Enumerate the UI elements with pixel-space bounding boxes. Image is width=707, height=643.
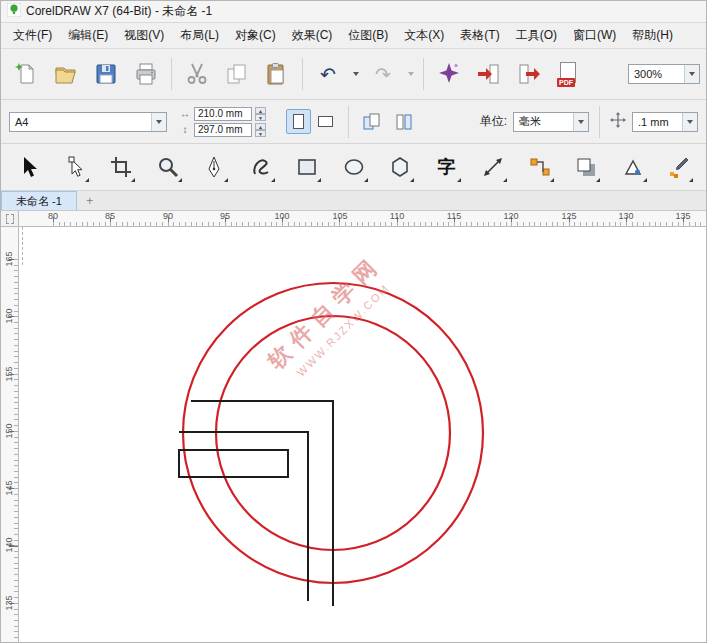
- nudge-offset-icon: [610, 112, 626, 132]
- horizontal-ruler[interactable]: 80 85 90 95 100 105 110 115 120 125 130 …: [19, 211, 707, 227]
- paste-button[interactable]: [258, 53, 296, 95]
- chevron-down-icon: [408, 72, 414, 76]
- paper-width-spinner[interactable]: ▲▼: [255, 107, 266, 121]
- spin-up-icon[interactable]: ▲: [255, 107, 266, 114]
- vertical-ruler[interactable]: 165 160 155 150 145 140 135: [1, 227, 19, 643]
- zoom-dropdown[interactable]: [684, 65, 699, 83]
- ruler-label: 135: [0, 594, 18, 612]
- new-tab-button[interactable]: +: [81, 191, 99, 210]
- undo-button[interactable]: ↶: [309, 53, 347, 95]
- ruler-label: 135: [675, 211, 690, 221]
- menu-text[interactable]: 文本(X): [396, 23, 452, 48]
- save-button[interactable]: [87, 53, 125, 95]
- dimension-tool[interactable]: [478, 151, 508, 183]
- document-tab[interactable]: 未命名 -1: [1, 191, 77, 210]
- flyout-indicator: [131, 178, 135, 182]
- flyout-indicator: [503, 178, 507, 182]
- titlebar: CorelDRAW X7 (64-Bit) - 未命名 -1: [1, 1, 706, 23]
- spin-down-icon[interactable]: ▼: [255, 130, 266, 137]
- flyout-indicator: [224, 178, 228, 182]
- export-button[interactable]: [510, 53, 548, 95]
- cut-button[interactable]: [178, 53, 216, 95]
- chevron-down-icon: [156, 120, 162, 124]
- menu-file[interactable]: 文件(F): [5, 23, 60, 48]
- zoom-level-select[interactable]: 300%: [628, 64, 700, 84]
- ruler-label: 85: [105, 211, 115, 221]
- redo-button[interactable]: ↷: [364, 53, 402, 95]
- shape-tool[interactable]: [60, 151, 90, 183]
- paper-height-icon: ↕: [179, 124, 191, 135]
- page-size-dropdown[interactable]: [151, 113, 166, 131]
- rectangle-tool[interactable]: [292, 151, 322, 183]
- app-launcher-button[interactable]: [430, 53, 468, 95]
- menu-table[interactable]: 表格(T): [452, 23, 507, 48]
- copy-button[interactable]: [218, 53, 256, 95]
- bracket-rectangle[interactable]: [179, 450, 288, 477]
- flyout-indicator: [271, 178, 275, 182]
- text-tool[interactable]: 字: [432, 151, 462, 183]
- pdf-icon: PDF: [556, 61, 582, 87]
- flyout-indicator: [643, 178, 647, 182]
- menu-object[interactable]: 对象(C): [227, 23, 284, 48]
- paper-height-spinner[interactable]: ▲▼: [255, 123, 266, 137]
- nudge-dropdown[interactable]: [682, 113, 697, 131]
- units-select[interactable]: 毫米: [513, 112, 589, 132]
- undo-dropdown[interactable]: [349, 53, 362, 95]
- open-button[interactable]: [47, 53, 85, 95]
- current-page-icon: [393, 111, 415, 133]
- toolbox: 字: [1, 144, 706, 191]
- menu-tools[interactable]: 工具(O): [508, 23, 565, 48]
- all-pages-button[interactable]: [359, 109, 385, 135]
- units-dropdown[interactable]: [573, 113, 588, 131]
- text-tool-icon: 字: [438, 158, 456, 176]
- pen-tool[interactable]: [199, 151, 229, 183]
- landscape-button[interactable]: [313, 109, 338, 134]
- paper-height-field[interactable]: 297.0 mm: [194, 123, 252, 137]
- paste-clipboard-icon: [264, 61, 290, 87]
- nudge-offset-select[interactable]: .1 mm: [632, 112, 698, 132]
- menu-view[interactable]: 视图(V): [116, 23, 172, 48]
- flyout-indicator: [178, 178, 182, 182]
- flyout-indicator: [317, 178, 321, 182]
- ellipse-tool[interactable]: [339, 151, 369, 183]
- polygon-tool[interactable]: [385, 151, 415, 183]
- menu-layout[interactable]: 布局(L): [172, 23, 227, 48]
- connector-tool[interactable]: [525, 151, 555, 183]
- menu-help[interactable]: 帮助(H): [624, 23, 681, 48]
- toolbar-separator: [423, 58, 424, 90]
- page-size-select[interactable]: A4: [9, 112, 167, 132]
- coreldraw-window: CorelDRAW X7 (64-Bit) - 未命名 -1 文件(F) 编辑(…: [0, 0, 707, 643]
- menu-window[interactable]: 窗口(W): [565, 23, 624, 48]
- paper-width-field[interactable]: 210.0 mm: [194, 107, 252, 121]
- artistic-media-tool[interactable]: [246, 151, 276, 183]
- menu-effects[interactable]: 效果(C): [284, 23, 341, 48]
- redo-dropdown[interactable]: [404, 53, 417, 95]
- current-page-button[interactable]: [391, 109, 417, 135]
- pick-arrow-icon: [16, 155, 40, 179]
- new-document-button[interactable]: [7, 53, 45, 95]
- cut-scissors-icon: [184, 61, 210, 87]
- flyout-indicator: [689, 178, 693, 182]
- import-button[interactable]: [470, 53, 508, 95]
- crop-tool[interactable]: [106, 151, 136, 183]
- pen-nib-icon: [202, 155, 226, 179]
- flyout-indicator: [364, 178, 368, 182]
- portrait-button[interactable]: [286, 109, 311, 134]
- smart-fill-tool[interactable]: [618, 151, 648, 183]
- print-button[interactable]: [127, 53, 165, 95]
- all-pages-icon: [361, 111, 383, 133]
- spin-down-icon[interactable]: ▼: [255, 114, 266, 121]
- drawing-canvas[interactable]: 软件自学网 WWW.RJZXW.COM: [19, 227, 707, 643]
- portrait-icon: [293, 114, 304, 129]
- ruler-label: 145: [0, 479, 18, 497]
- publish-pdf-button[interactable]: PDF: [550, 53, 588, 95]
- spin-up-icon[interactable]: ▲: [255, 123, 266, 130]
- flyout-indicator: [596, 178, 600, 182]
- eyedropper-tool[interactable]: [664, 151, 694, 183]
- drop-shadow-tool[interactable]: [571, 151, 601, 183]
- ruler-origin-button[interactable]: [1, 211, 19, 227]
- menu-bitmaps[interactable]: 位图(B): [340, 23, 396, 48]
- zoom-tool[interactable]: [153, 151, 183, 183]
- menu-edit[interactable]: 编辑(E): [60, 23, 116, 48]
- pick-tool[interactable]: [13, 151, 43, 183]
